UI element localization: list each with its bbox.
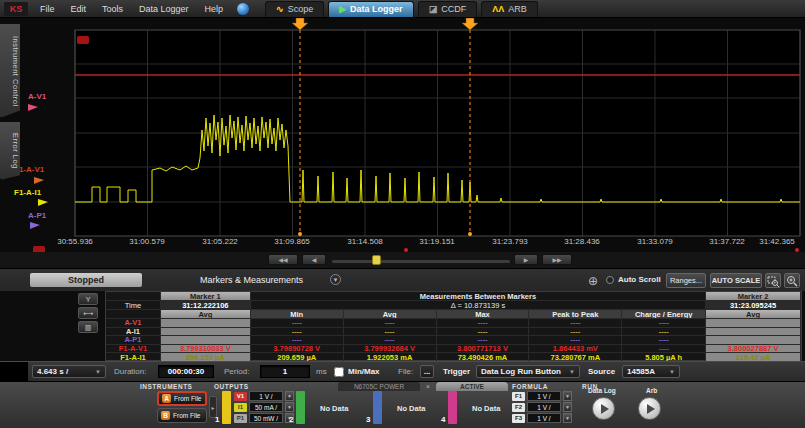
formula-f3-row: F3 1 V / ▼: [512, 413, 572, 423]
tab-data-logger[interactable]: ▶ Data Logger: [328, 1, 413, 17]
markers-delta: Δ = 10.873139 s: [251, 301, 706, 310]
f2-range-arrow-icon[interactable]: ▼: [563, 402, 572, 412]
marker-span-icon[interactable]: ⟷: [78, 307, 98, 319]
channel-2-bar[interactable]: [296, 391, 305, 424]
duration-field[interactable]: [158, 365, 214, 378]
active-tab[interactable]: ACTIVE: [436, 382, 508, 391]
f1-range-dropdown[interactable]: 1 V /: [527, 391, 561, 401]
source-dropdown[interactable]: 14585A▼: [622, 365, 680, 378]
v1-range-dropdown[interactable]: 1 V /: [249, 391, 283, 401]
col-avg: Avg: [344, 310, 437, 319]
table-row-a-v1: A-V1 ---- ---- ---- ---- ----: [106, 319, 801, 328]
cell: [161, 319, 251, 328]
f1-tag[interactable]: F1: [512, 392, 525, 401]
p1-range-dropdown[interactable]: 50 mW /: [249, 413, 283, 423]
timebase-dropdown[interactable]: 4.643 s /▼: [32, 365, 106, 378]
scroll-fwd-button[interactable]: ▶: [514, 254, 538, 265]
tab-ccdf-label: CCDF: [441, 4, 466, 14]
scroll-thumb[interactable]: [372, 255, 381, 265]
channel-3-bar[interactable]: [373, 391, 382, 424]
cell: ----: [437, 336, 530, 345]
formula-f2-row: F2 1 V / ▼: [512, 402, 572, 412]
auto-scroll-toggle[interactable]: [606, 276, 614, 284]
sine-icon: ∿: [276, 5, 284, 14]
cell: ----: [251, 328, 344, 337]
chevron-down-icon[interactable]: ▾: [330, 274, 341, 285]
marker-tool-icon[interactable]: Y: [78, 293, 98, 305]
f3-range-dropdown[interactable]: 1 V /: [527, 413, 561, 423]
menu-file[interactable]: File: [40, 4, 55, 14]
trigger-dropdown[interactable]: Data Log Run Button▼: [476, 365, 580, 378]
channel-2-status: No Data: [320, 404, 348, 413]
ccdf-icon: ◪: [429, 5, 438, 14]
sidebar-tab-error-log[interactable]: Error Log: [0, 122, 20, 180]
period-field[interactable]: [260, 365, 310, 378]
source-label: Source: [588, 367, 615, 376]
arb-run-button[interactable]: [638, 397, 661, 420]
menu-help[interactable]: Help: [205, 4, 224, 14]
a-p1-reference-arrow[interactable]: [30, 222, 40, 229]
instrument-a-icon: A: [162, 394, 171, 403]
i1-range-arrow-icon[interactable]: ▼: [285, 402, 294, 412]
instrument-a-button[interactable]: A From File: [157, 391, 207, 406]
col-max: Max: [437, 310, 530, 319]
f1-a-v1-reference-arrow[interactable]: [34, 177, 44, 184]
a-v1-reference-arrow[interactable]: [28, 104, 38, 111]
file-browse-button[interactable]: ...: [420, 365, 434, 378]
status-badge: Stopped: [30, 273, 142, 287]
menu-data-logger[interactable]: Data Logger: [139, 4, 189, 14]
marker2-header[interactable]: Marker 2: [706, 292, 801, 301]
scroll-fast-fwd-button[interactable]: ▶▶: [542, 254, 572, 265]
cell: 1.864433 mV: [529, 345, 622, 354]
zoom-box-icon[interactable]: [765, 273, 781, 288]
tab-ccdf[interactable]: ◪ CCDF: [418, 1, 478, 17]
channel-3-number: 3: [366, 415, 370, 424]
crosshair-icon[interactable]: ⊕: [588, 274, 598, 288]
cell: ----: [251, 319, 344, 328]
zoom-in-icon[interactable]: [784, 273, 800, 288]
data-log-run-button[interactable]: [592, 397, 615, 420]
app-logo-icon: KS: [4, 2, 28, 16]
chart-canvas: [0, 18, 805, 252]
instrument-tab[interactable]: N6705C POWER: [338, 382, 420, 391]
f3-tag[interactable]: F3: [512, 414, 525, 423]
trace-label-f1-a-i1: F1-A-I1: [14, 188, 41, 197]
i1-range-dropdown[interactable]: 50 mA /: [249, 402, 283, 412]
datalog-settings-bar: 4.643 s /▼ Duration: Period: ms Min/Max …: [0, 361, 805, 381]
f1-range-arrow-icon[interactable]: ▼: [563, 391, 572, 401]
marker1-header[interactable]: Marker 1: [161, 292, 251, 301]
scroll-track[interactable]: [332, 260, 510, 263]
minmax-checkbox[interactable]: [334, 367, 344, 377]
cell: ----: [344, 319, 437, 328]
period-label: Period:: [224, 367, 249, 376]
f2-range-dropdown[interactable]: 1 V /: [527, 402, 561, 412]
datalogger-chart[interactable]: A-V1 F1-A-V1 F1-A-I1 A-P1 30:55.936 31:0…: [0, 18, 805, 252]
col-peak-to-peak: Peak to Peak: [529, 310, 622, 319]
tab-arb[interactable]: ΛΛ ARB: [481, 1, 538, 17]
tab-scope-label: Scope: [288, 4, 314, 14]
marker1-avg-colhead: Avg: [161, 310, 251, 319]
menu-tools[interactable]: Tools: [102, 4, 123, 14]
play-icon: [601, 404, 609, 414]
f3-range-arrow-icon[interactable]: ▼: [563, 413, 572, 423]
row-label: F1-A-V1: [106, 345, 161, 354]
menu-edit[interactable]: Edit: [71, 4, 87, 14]
channel-4-bar[interactable]: [448, 391, 457, 424]
instrument-b-button[interactable]: B From File: [157, 408, 207, 423]
between-markers-header: Measurements Between Markers: [251, 292, 706, 301]
p1-tag: P1: [234, 414, 247, 423]
f2-tag[interactable]: F2: [512, 403, 525, 412]
channel-1-bar[interactable]: [222, 391, 231, 424]
channel-3-status: No Data: [397, 404, 425, 413]
tab-scope[interactable]: ∿ Scope: [265, 1, 324, 17]
scroll-fast-back-button[interactable]: ◀◀: [268, 254, 298, 265]
f1-a-i1-reference-arrow[interactable]: [38, 199, 48, 206]
v1-range-arrow-icon[interactable]: ▼: [285, 391, 294, 401]
scroll-back-button[interactable]: ◀: [302, 254, 326, 265]
ranges-button[interactable]: Ranges...: [666, 273, 706, 288]
close-icon[interactable]: ×: [424, 382, 432, 391]
columns-icon[interactable]: ▥: [78, 321, 98, 333]
sidebar-tab-instrument-control[interactable]: Instrument Control: [0, 24, 20, 118]
info-icon[interactable]: [237, 3, 249, 15]
autoscale-button[interactable]: AUTO SCALE: [710, 273, 762, 288]
